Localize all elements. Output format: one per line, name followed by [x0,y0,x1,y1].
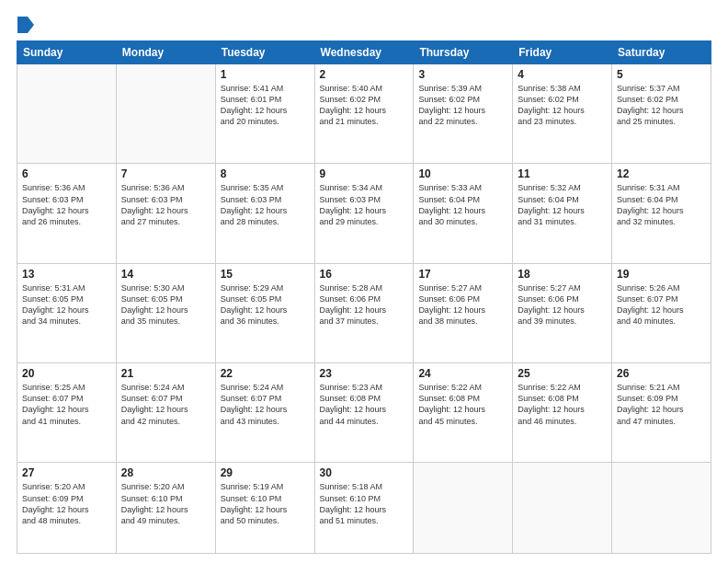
calendar-cell: 16Sunrise: 5:28 AM Sunset: 6:06 PM Dayli… [314,263,414,362]
calendar-cell: 2Sunrise: 5:40 AM Sunset: 6:02 PM Daylig… [314,64,414,164]
day-info: Sunrise: 5:27 AM Sunset: 6:06 PM Dayligh… [518,282,607,327]
day-info: Sunrise: 5:27 AM Sunset: 6:06 PM Dayligh… [418,282,507,327]
day-info: Sunrise: 5:18 AM Sunset: 6:10 PM Dayligh… [320,481,409,526]
day-info: Sunrise: 5:24 AM Sunset: 6:07 PM Dayligh… [121,382,210,427]
day-number: 12 [617,167,706,180]
day-info: Sunrise: 5:32 AM Sunset: 6:04 PM Dayligh… [518,182,607,227]
day-info: Sunrise: 5:29 AM Sunset: 6:05 PM Dayligh… [221,282,310,327]
day-info: Sunrise: 5:41 AM Sunset: 6:01 PM Dayligh… [221,83,310,128]
calendar-cell: 26Sunrise: 5:21 AM Sunset: 6:09 PM Dayli… [612,363,711,463]
calendar-cell: 23Sunrise: 5:23 AM Sunset: 6:08 PM Dayli… [314,363,414,463]
day-info: Sunrise: 5:24 AM Sunset: 6:07 PM Dayligh… [221,382,310,427]
page: SundayMondayTuesdayWednesdayThursdayFrid… [0,0,728,563]
calendar-cell: 7Sunrise: 5:36 AM Sunset: 6:03 PM Daylig… [116,164,215,263]
day-number: 23 [320,367,409,380]
calendar-cell: 11Sunrise: 5:32 AM Sunset: 6:04 PM Dayli… [513,164,612,263]
calendar-col-header: Wednesday [314,41,414,64]
calendar-cell: 28Sunrise: 5:20 AM Sunset: 6:10 PM Dayli… [116,463,215,554]
calendar-cell: 17Sunrise: 5:27 AM Sunset: 6:06 PM Dayli… [414,263,513,362]
day-number: 9 [320,167,409,180]
calendar-cell: 30Sunrise: 5:18 AM Sunset: 6:10 PM Dayli… [314,463,414,554]
day-number: 30 [320,466,409,479]
calendar-col-header: Saturday [612,41,711,64]
day-number: 5 [617,68,706,81]
calendar-cell: 1Sunrise: 5:41 AM Sunset: 6:01 PM Daylig… [215,64,314,164]
calendar-cell: 25Sunrise: 5:22 AM Sunset: 6:08 PM Dayli… [513,363,612,463]
day-number: 28 [121,466,210,479]
day-number: 21 [121,367,210,380]
day-number: 14 [121,268,210,281]
day-info: Sunrise: 5:22 AM Sunset: 6:08 PM Dayligh… [518,382,607,427]
day-number: 26 [617,367,706,380]
day-number: 13 [22,268,111,281]
day-info: Sunrise: 5:31 AM Sunset: 6:04 PM Dayligh… [617,182,706,227]
calendar-cell: 27Sunrise: 5:20 AM Sunset: 6:09 PM Dayli… [17,463,117,554]
day-info: Sunrise: 5:38 AM Sunset: 6:02 PM Dayligh… [518,83,607,128]
day-info: Sunrise: 5:35 AM Sunset: 6:03 PM Dayligh… [221,182,310,227]
calendar-col-header: Tuesday [215,41,314,64]
calendar-week-row: 6Sunrise: 5:36 AM Sunset: 6:03 PM Daylig… [17,164,711,263]
calendar-week-row: 27Sunrise: 5:20 AM Sunset: 6:09 PM Dayli… [17,463,711,554]
day-info: Sunrise: 5:34 AM Sunset: 6:03 PM Dayligh… [320,182,409,227]
calendar-cell: 10Sunrise: 5:33 AM Sunset: 6:04 PM Dayli… [414,164,513,263]
calendar-cell: 13Sunrise: 5:31 AM Sunset: 6:05 PM Dayli… [17,263,117,362]
calendar-cell: 5Sunrise: 5:37 AM Sunset: 6:02 PM Daylig… [612,64,711,164]
calendar-week-row: 1Sunrise: 5:41 AM Sunset: 6:01 PM Daylig… [17,64,711,164]
day-info: Sunrise: 5:37 AM Sunset: 6:02 PM Dayligh… [617,83,706,128]
day-number: 24 [418,367,507,380]
calendar-cell: 29Sunrise: 5:19 AM Sunset: 6:10 PM Dayli… [215,463,314,554]
day-number: 2 [320,68,409,81]
calendar-cell: 21Sunrise: 5:24 AM Sunset: 6:07 PM Dayli… [116,363,215,463]
day-number: 25 [518,367,607,380]
day-info: Sunrise: 5:26 AM Sunset: 6:07 PM Dayligh… [617,282,706,327]
day-number: 22 [221,367,310,380]
day-info: Sunrise: 5:36 AM Sunset: 6:03 PM Dayligh… [22,182,111,227]
day-number: 19 [617,268,706,281]
day-number: 7 [121,167,210,180]
day-info: Sunrise: 5:23 AM Sunset: 6:08 PM Dayligh… [320,382,409,427]
calendar-week-row: 20Sunrise: 5:25 AM Sunset: 6:07 PM Dayli… [17,363,711,463]
calendar-cell: 15Sunrise: 5:29 AM Sunset: 6:05 PM Dayli… [215,263,314,362]
day-info: Sunrise: 5:30 AM Sunset: 6:05 PM Dayligh… [121,282,210,327]
logo-icon [17,17,34,33]
day-number: 11 [518,167,607,180]
svg-marker-0 [17,17,34,33]
calendar-cell [414,463,513,554]
day-info: Sunrise: 5:28 AM Sunset: 6:06 PM Dayligh… [320,282,409,327]
calendar-cell: 18Sunrise: 5:27 AM Sunset: 6:06 PM Dayli… [513,263,612,362]
day-number: 4 [518,68,607,81]
day-number: 29 [221,466,310,479]
calendar-col-header: Thursday [414,41,513,64]
calendar-cell: 6Sunrise: 5:36 AM Sunset: 6:03 PM Daylig… [17,164,117,263]
day-number: 20 [22,367,111,380]
calendar-cell: 12Sunrise: 5:31 AM Sunset: 6:04 PM Dayli… [612,164,711,263]
day-number: 1 [221,68,310,81]
calendar-cell: 22Sunrise: 5:24 AM Sunset: 6:07 PM Dayli… [215,363,314,463]
calendar-col-header: Sunday [17,41,117,64]
day-info: Sunrise: 5:36 AM Sunset: 6:03 PM Dayligh… [121,182,210,227]
day-number: 10 [418,167,507,180]
day-number: 17 [418,268,507,281]
calendar-col-header: Monday [116,41,215,64]
day-number: 3 [418,68,507,81]
calendar-cell: 3Sunrise: 5:39 AM Sunset: 6:02 PM Daylig… [414,64,513,164]
day-number: 27 [22,466,111,479]
day-info: Sunrise: 5:39 AM Sunset: 6:02 PM Dayligh… [418,83,507,128]
calendar-table: SundayMondayTuesdayWednesdayThursdayFrid… [17,40,711,554]
calendar-week-row: 13Sunrise: 5:31 AM Sunset: 6:05 PM Dayli… [17,263,711,362]
calendar-cell: 9Sunrise: 5:34 AM Sunset: 6:03 PM Daylig… [314,164,414,263]
day-number: 8 [221,167,310,180]
calendar-cell: 24Sunrise: 5:22 AM Sunset: 6:08 PM Dayli… [414,363,513,463]
calendar-cell: 4Sunrise: 5:38 AM Sunset: 6:02 PM Daylig… [513,64,612,164]
calendar-cell: 14Sunrise: 5:30 AM Sunset: 6:05 PM Dayli… [116,263,215,362]
day-info: Sunrise: 5:33 AM Sunset: 6:04 PM Dayligh… [418,182,507,227]
header [17,17,711,31]
day-number: 6 [22,167,111,180]
calendar-header-row: SundayMondayTuesdayWednesdayThursdayFrid… [17,41,711,64]
day-number: 15 [221,268,310,281]
calendar-col-header: Friday [513,41,612,64]
day-info: Sunrise: 5:21 AM Sunset: 6:09 PM Dayligh… [617,382,706,427]
calendar-cell [612,463,711,554]
day-number: 16 [320,268,409,281]
logo [17,17,35,31]
